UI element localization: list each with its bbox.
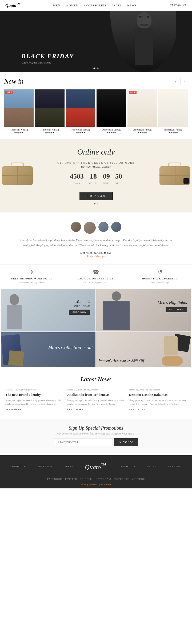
footer-link-careers[interactable]: CAREERS [168, 465, 181, 468]
highlights-shop-button[interactable]: SHOP NOW [166, 307, 187, 312]
testimonial-author: DANIA RAMIREZ [11, 251, 181, 254]
latest-news-section: Latest News March 21, 2016 | by angelthe… [0, 368, 192, 416]
footer-link-advertise[interactable]: ADVERTISE [37, 465, 53, 468]
features-bar: ✈ FREE SHIPPING WORLDWIDE Guaranteed Del… [0, 264, 192, 288]
sale-badge: SALE [5, 91, 13, 94]
navbar: Quato™ MEN WOMEN ACCESSORIES PAGES NEWS … [0, 0, 192, 11]
testimonials-section: I rarely write reviews for products but … [0, 215, 192, 264]
prev-arrow[interactable]: ‹ [172, 78, 179, 85]
promo-womens-accessories[interactable]: Women's Accessories 35% Off [96, 332, 191, 367]
banner-dot-2[interactable] [97, 203, 98, 204]
countdown-hours: 18 Hours [89, 172, 98, 185]
signup-title: Sign Up Special Promotions [5, 425, 187, 431]
hero-dot-2[interactable] [97, 68, 99, 69]
shipping-icon: ✈ [30, 269, 34, 275]
avatar-4[interactable] [111, 222, 121, 232]
promo-mans-collection[interactable]: Man's Collection is out [1, 332, 95, 367]
feature-money-back: ↺ MONEY BACK GUARATEE! Send Within 30 Da… [128, 265, 192, 288]
signup-email-input[interactable] [54, 438, 113, 446]
footer-link-store[interactable]: STORE [147, 465, 156, 468]
footer-social: FACEBOOK TWITTER DRIBBLE INSTAGRAM PINTE… [5, 478, 187, 480]
cart-link[interactable]: CART (0) [170, 4, 181, 7]
footer-powered: Proudly powered by WordPress [5, 483, 187, 486]
promo-overlay: Women's Accessories 35% Off [96, 332, 191, 367]
testimonial-text: I rarely write reviews for products but … [19, 238, 173, 248]
news-card-2: March 21, 2016 | by angeltheme Analizand… [67, 388, 125, 411]
banner-dot-1[interactable] [94, 203, 95, 204]
shop-now-button[interactable]: SHOP NOW [79, 192, 113, 200]
social-dribble[interactable]: DRIBBLE [80, 478, 92, 480]
bag-left [0, 163, 35, 189]
promo-row2: Man's Collection is out Women's Accessor… [0, 332, 192, 368]
navbar-right: CART (0) ⚙ [170, 3, 187, 7]
social-youtube[interactable]: YOUTUBE [131, 478, 145, 480]
countdown-secs: 50 Secs [115, 172, 122, 185]
settings-icon[interactable]: ⚙ [183, 3, 187, 7]
product-card[interactable]: American Vintag ★★★★★ [66, 89, 95, 134]
promo-grid: Women's Sneakpeak SHOP NOW Men's Highlig… [0, 288, 192, 332]
hero-dots [94, 68, 99, 69]
bag-right [157, 163, 192, 189]
news-card-3: March 21, 2016 | by angeltheme Destino: … [129, 388, 187, 411]
feature-shipping: ✈ FREE SHIPPING WORLDWIDE Guaranteed Del… [0, 265, 64, 288]
product-card[interactable]: American Vintag ★★★★★ [158, 89, 188, 134]
hero-text: BLACK FRIDAY Unbelievable Low Prices [0, 53, 74, 72]
online-title: Online only [5, 147, 187, 156]
social-twitter[interactable]: TWITTER [65, 478, 77, 480]
promo-women-sneakpeak[interactable]: Women's Sneakpeak SHOP NOW [1, 289, 95, 331]
feature-customer-service: ☎ 24/7 CUSTOMER SERVICE Call Us up 1 de … [64, 265, 128, 288]
signup-section: Sign Up Special Promotions Get exclusive… [0, 419, 192, 453]
footer-logo: Quato™ [85, 462, 106, 471]
social-facebook[interactable]: FACEBOOK [47, 478, 62, 480]
signup-subtitle: Get exclusive deals you won't find anywh… [5, 432, 187, 435]
footer-link-contact[interactable]: CONTACT US [118, 465, 135, 468]
promo-men-highlights[interactable]: Men's Highlights SHOP NOW [96, 289, 191, 331]
social-instagram[interactable]: INSTAGRAM [95, 478, 111, 480]
navbar-logo[interactable]: Quato™ [5, 2, 20, 8]
avatar-3[interactable] [98, 222, 109, 232]
testimonial-avatars [11, 222, 181, 234]
phone-icon: ☎ [93, 269, 99, 275]
read-more-3[interactable]: READ MORE [129, 408, 187, 411]
footer-divider [5, 475, 187, 475]
next-arrow[interactable]: › [181, 78, 188, 85]
read-more-1[interactable]: READ MORE [5, 408, 63, 411]
signup-form: Subscribe [5, 438, 187, 446]
countdown-mins: 09 Mins [103, 172, 110, 185]
signup-button[interactable]: Subscribe [114, 438, 138, 446]
news-card-1: March 21, 2016 | by angeltheme The new B… [5, 388, 63, 411]
footer-link-about[interactable]: ABOUT US [11, 465, 25, 468]
online-banner: Online only GET 30% OFF YOUR ORDER OF $1… [0, 139, 192, 212]
product-card[interactable]: SALE American Vintag ★★★★★ [127, 89, 157, 134]
product-card[interactable]: American Vintag ★★★★★ [97, 89, 126, 134]
countdown-days: 4503 Days [70, 172, 84, 185]
product-card[interactable]: SALE American Vintag ★★★★★ [4, 89, 34, 134]
new-in-header: New in ‹ › [4, 77, 188, 85]
banner-dots [5, 203, 187, 204]
avatar-2[interactable] [84, 222, 96, 234]
footer-links: ABOUT US ADVERTISE PRESS Quato™ CONTACT … [5, 462, 187, 471]
sneakpeak-shop-button[interactable]: SHOP NOW [69, 310, 90, 315]
hero-section: BLACK FRIDAY Unbelievable Low Prices [0, 11, 192, 72]
new-in-title: New in [4, 77, 23, 85]
hero-dot-1[interactable] [94, 68, 95, 69]
product-card[interactable]: American Vintag ★★★★★ [35, 89, 65, 134]
promo-overlay: Man's Collection is out [1, 332, 95, 367]
nav-women[interactable]: WOMEN [66, 4, 78, 7]
product-nav-arrows: ‹ › [172, 78, 188, 85]
products-grid: SALE American Vintag ★★★★★ American Vint… [4, 89, 188, 134]
nav-pages[interactable]: PAGES [111, 4, 122, 7]
new-in-section: New in ‹ › SALE American Vintag ★★★★★ Am… [0, 72, 192, 137]
read-more-2[interactable]: READ MORE [67, 408, 125, 411]
money-back-icon: ↺ [158, 269, 162, 275]
avatar-1[interactable] [71, 222, 81, 232]
footer-link-press[interactable]: PRESS [65, 465, 73, 468]
nav-accessories[interactable]: ACCESSORIES [84, 4, 106, 7]
nav-news[interactable]: NEWS [127, 4, 137, 7]
hero-man-figure [123, 12, 165, 69]
social-pinterest[interactable]: PINTEREST [114, 478, 129, 480]
nav-men[interactable]: MEN [53, 4, 60, 7]
promo-overlay: Women's Sneakpeak SHOP NOW [1, 289, 95, 331]
latest-news-title: Latest News [5, 376, 187, 383]
navbar-links: MEN WOMEN ACCESSORIES PAGES NEWS [53, 4, 137, 7]
